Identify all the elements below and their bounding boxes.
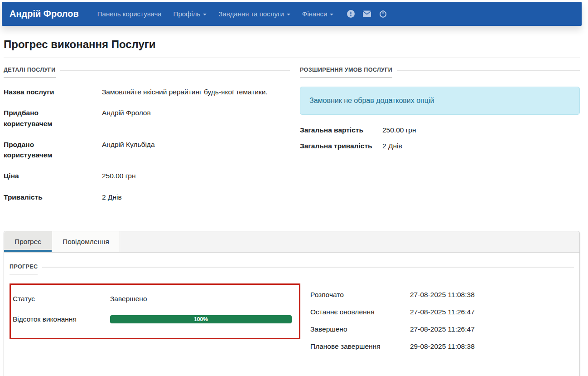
extensions-section: РОЗШИРЕННЯ УМОВ ПОСЛУГИ Замовник не обра… [300,67,580,157]
nav-item-tasks-services[interactable]: Завдання та послуги [212,10,296,18]
heading-rule [42,267,574,274]
tab-bar: Прогрес Повідомлення [4,231,579,253]
date-row-last-update: Останнє оновлення 27-08-2025 11:26:47 [310,308,574,316]
extensions-row-total-duration: Загальна тривалість 2 Днів [300,141,580,151]
annotation-highlight-rect: Статус Завершено Відсоток виконання 100% [10,283,300,339]
detail-row-price: Ціна 250.00 грн [4,171,290,181]
tab-panel-progress: ПРОГРЕС Статус Завершено Відсоток викона… [4,253,579,376]
title-divider [4,58,580,58]
chevron-down-icon [203,14,207,15]
progress-bar: 100% [110,315,292,323]
nav-item-finances[interactable]: Фінанси [296,10,340,18]
tab-messages[interactable]: Повідомлення [52,231,120,252]
progress-row-status: Статус Завершено [13,295,296,303]
progress-heading: ПРОГРЕС [10,264,574,274]
power-icon [379,10,387,18]
nav-item-finances-label: Фінанси [302,10,328,18]
date-row-started: Розпочато 27-08-2025 11:08:38 [310,291,574,299]
nav-item-dashboard[interactable]: Панель користувача [92,10,168,18]
tab-progress[interactable]: Прогрес [4,231,52,252]
extensions-row-total-cost: Загальна вартість 250.00 грн [300,125,580,135]
nav-item-tasks-services-label: Завдання та послуги [218,10,284,18]
main-content: Прогрес виконання Послуги ДЕТАЛІ ПОСЛУГИ… [2,38,582,376]
logout-button[interactable] [375,10,391,18]
page-title: Прогрес виконання Послуги [4,38,580,51]
service-details-heading: ДЕТАЛІ ПОСЛУГИ [4,67,290,78]
exclamation-circle-icon [347,10,355,18]
progress-row-percent: Відсоток виконання 100% [13,315,296,323]
messages-button[interactable] [359,10,375,17]
extensions-heading: РОЗШИРЕННЯ УМОВ ПОСЛУГИ [300,67,580,78]
chevron-down-icon [330,14,333,15]
navbar-icon-group [343,10,391,18]
nav-item-profile[interactable]: Профіль [168,10,213,18]
app-window: Андрій Фролов Панель користувача Профіль… [2,2,582,376]
detail-row-service-name: Назва послуги Замовляйте якісний рерайти… [4,87,290,97]
nav-item-dashboard-label: Панель користувача [97,10,162,18]
notifications-button[interactable] [343,10,359,18]
navbar-brand[interactable]: Андрій Фролов [10,9,79,19]
heading-rule [397,70,580,78]
nav-item-profile-label: Профіль [174,10,201,18]
progress-dates: Розпочато 27-08-2025 11:08:38 Останнє он… [303,283,574,360]
progress-card: Прогрес Повідомлення ПРОГРЕС Статус [4,231,580,376]
date-row-completed: Завершено 27-08-2025 11:26:47 [310,325,574,333]
date-row-planned-completion: Планове завершення 29-08-2025 11:08:38 [310,342,574,351]
chevron-down-icon [287,14,290,15]
no-options-alert: Замовник не обрав додаткових опцій [300,87,580,115]
detail-row-duration: Тривалість 2 Днів [4,192,290,202]
top-navbar: Андрій Фролов Панель користувача Профіль… [2,2,582,26]
envelope-icon [363,10,371,17]
detail-row-sold-by: Продано користувачем Андрій Кульбіда [4,139,290,161]
heading-rule [60,70,290,78]
progress-track: 100% [110,315,292,323]
detail-row-purchased-by: Придбано користувачем Андрій Фролов [4,107,290,129]
service-details-section: ДЕТАЛІ ПОСЛУГИ Назва послуги Замовляйте … [4,67,290,213]
